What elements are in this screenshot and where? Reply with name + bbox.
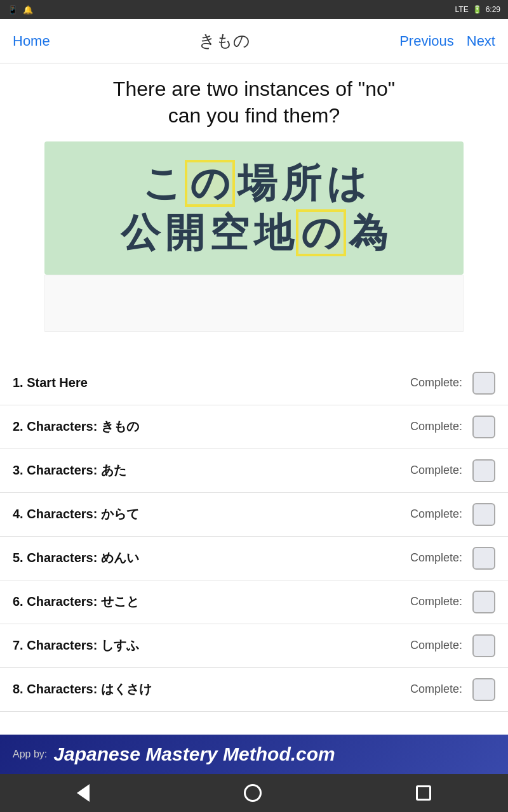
question-text: There are two instances of "no"can you f… (113, 76, 395, 129)
nav-bar: Home きもの Previous Next (0, 19, 508, 63)
item-1-complete: Complete: (410, 376, 462, 390)
list-item: 5. Characters: めんい Complete: (0, 537, 508, 580)
item-2-label: 2. Characters: きもの (13, 418, 410, 435)
item-4-complete: Complete: (410, 508, 462, 521)
time-label: 6:29 (486, 5, 500, 14)
brand-label: Japanese Mastery Method.com (53, 743, 335, 765)
item-5-checkbox[interactable] (472, 547, 495, 570)
list-item: 8. Characters: はくさけ Complete: (0, 668, 508, 712)
item-8-complete: Complete: (410, 683, 462, 696)
blank-area (44, 275, 464, 332)
japanese-sign-image: こ の 場 所 は 公 開 空 地 の 為 (44, 141, 464, 275)
kanji-kai: 開 (163, 212, 207, 254)
back-icon (77, 784, 90, 802)
bottom-nav (0, 774, 508, 812)
status-bar-right: LTE 🔋 6:29 (455, 5, 500, 14)
recents-button[interactable] (397, 779, 450, 807)
item-7-complete: Complete: (410, 639, 462, 652)
kanji-no-1: の (185, 160, 235, 207)
item-3-checkbox[interactable] (472, 459, 495, 482)
list-item: 4. Characters: からて Complete: (0, 493, 508, 537)
footer-banner: App by: Japanese Mastery Method.com (0, 735, 508, 774)
sign-line-1: こ の 場 所 は (140, 160, 369, 207)
back-button[interactable] (58, 778, 109, 808)
item-6-label: 6. Characters: せこと (13, 593, 410, 610)
kanji-ko: こ (140, 162, 185, 204)
item-6-complete: Complete: (410, 595, 462, 608)
item-2-checkbox[interactable] (472, 416, 495, 438)
page-title: きもの (199, 30, 250, 52)
item-8-checkbox[interactable] (472, 678, 495, 701)
item-7-checkbox[interactable] (472, 634, 495, 657)
item-2-complete: Complete: (410, 420, 462, 433)
item-7-label: 7. Characters: しすふ (13, 637, 410, 654)
kanji-kuu: 空 (207, 212, 251, 254)
list-item: 3. Characters: あた Complete: (0, 449, 508, 493)
item-4-label: 4. Characters: からて (13, 506, 410, 523)
item-4-checkbox[interactable] (472, 503, 495, 526)
item-1-checkbox[interactable] (472, 372, 495, 395)
previous-button[interactable]: Previous (399, 33, 454, 49)
sign-line-2: 公 開 空 地 の 為 (118, 209, 391, 256)
phone-icon: 📱 (8, 5, 18, 15)
kanji-tame: 為 (346, 212, 391, 254)
kanji-basho2: 所 (279, 162, 324, 204)
japanese-text: こ の 場 所 は 公 開 空 地 の 為 (118, 160, 391, 256)
next-button[interactable]: Next (467, 33, 495, 49)
home-icon (244, 784, 262, 802)
item-5-label: 5. Characters: めんい (13, 549, 410, 566)
list-item: 2. Characters: きもの Complete: (0, 405, 508, 449)
list-item: 1. Start Here Complete: (0, 362, 508, 405)
status-bar: 📱 🔔 LTE 🔋 6:29 (0, 0, 508, 19)
kanji-basho1: 場 (235, 162, 279, 204)
home-button[interactable] (225, 778, 281, 808)
item-8-label: 8. Characters: はくさけ (13, 681, 410, 698)
list-item: 6. Characters: せこと Complete: (0, 580, 508, 624)
lesson-list: 1. Start Here Complete: 2. Characters: き… (0, 362, 508, 735)
nav-right: Previous Next (399, 33, 495, 49)
item-5-complete: Complete: (410, 551, 462, 565)
item-3-label: 3. Characters: あた (13, 462, 410, 479)
kanji-ha: は (324, 162, 369, 204)
kanji-chi: 地 (251, 212, 296, 254)
signal-label: LTE (455, 5, 469, 14)
item-6-checkbox[interactable] (472, 591, 495, 613)
status-bar-left: 📱 🔔 (8, 5, 33, 15)
list-item: 7. Characters: しすふ Complete: (0, 624, 508, 668)
battery-icon: 🔋 (472, 5, 482, 14)
recents-icon (416, 785, 431, 801)
home-link[interactable]: Home (13, 33, 50, 49)
item-1-label: 1. Start Here (13, 376, 410, 390)
item-3-complete: Complete: (410, 464, 462, 477)
kanji-no-2: の (296, 209, 346, 256)
app-by-label: App by: (13, 749, 47, 760)
main-content: There are two instances of "no"can you f… (0, 63, 508, 362)
notification-icon: 🔔 (23, 5, 33, 15)
kanji-kou: 公 (118, 212, 163, 254)
